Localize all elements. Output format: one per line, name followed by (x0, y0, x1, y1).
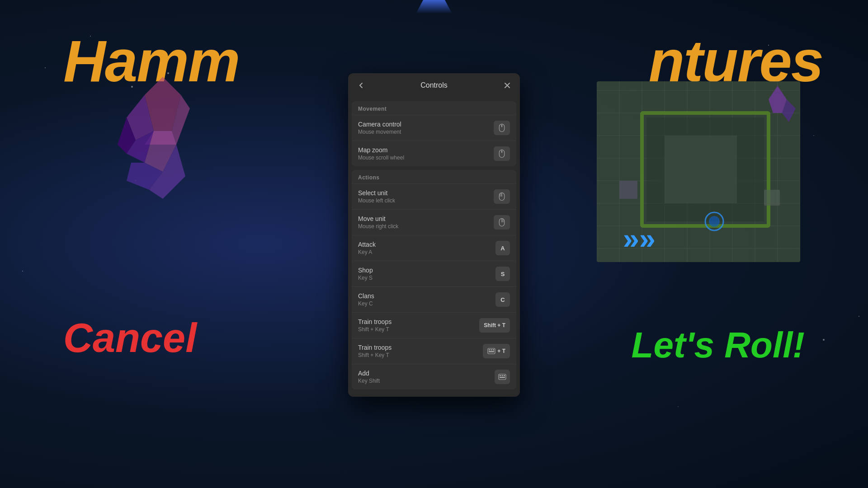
clans-binding: Key C (358, 300, 374, 307)
close-button[interactable] (502, 80, 513, 91)
svg-point-21 (501, 125, 503, 127)
move-unit-name: Move unit (358, 215, 398, 222)
mouse-left-icon (497, 192, 506, 201)
add-name: Add (358, 370, 380, 377)
map-zoom-binding: Mouse scroll wheel (358, 155, 404, 161)
camera-control-key[interactable] (494, 121, 510, 135)
svg-rect-33 (493, 349, 494, 351)
map-zoom-key[interactable] (494, 146, 510, 161)
clans-info: Clans Key C (358, 292, 374, 307)
close-icon (504, 82, 511, 89)
map-zoom-row: Map zoom Mouse scroll wheel (352, 141, 516, 166)
actions-section: Actions Select unit Mouse left click (352, 170, 516, 389)
move-unit-key[interactable] (494, 215, 510, 230)
actions-section-header: Actions (352, 170, 516, 183)
train-troops-plus-t: + T (497, 348, 505, 354)
camera-control-name: Camera control (358, 121, 401, 128)
shop-info: Shop Key S (358, 267, 373, 281)
train-troops-info-1: Train troops Shift + Key T (358, 318, 392, 333)
controls-modal: Controls Movement Camera control Mouse m… (348, 73, 520, 397)
svg-rect-36 (500, 375, 501, 376)
modal-title: Controls (420, 81, 448, 89)
shop-name: Shop (358, 267, 373, 274)
svg-rect-34 (489, 351, 494, 352)
bottom-padding (348, 393, 520, 397)
train-troops-name-2: Train troops (358, 344, 392, 351)
mouse-scroll-icon (497, 149, 506, 158)
train-troops-binding-2: Shift + Key T (358, 352, 392, 358)
map-zoom-info: Map zoom Mouse scroll wheel (358, 146, 404, 161)
svg-rect-38 (504, 375, 505, 376)
clans-name: Clans (358, 292, 374, 300)
keyboard-icon-2 (498, 373, 506, 381)
svg-rect-39 (500, 377, 505, 378)
modal-overlay: Controls Movement Camera control Mouse m… (0, 0, 868, 488)
train-troops-name-1: Train troops (358, 318, 392, 325)
shop-key[interactable]: S (495, 267, 510, 281)
camera-control-binding: Mouse movement (358, 129, 401, 135)
move-unit-info: Move unit Mouse right click (358, 215, 398, 230)
move-unit-row: Move unit Mouse right click (352, 209, 516, 235)
camera-control-row: Camera control Mouse movement (352, 115, 516, 141)
map-zoom-name: Map zoom (358, 146, 404, 154)
svg-rect-37 (502, 375, 503, 376)
select-unit-binding: Mouse left click (358, 197, 395, 204)
clans-key[interactable]: C (495, 292, 510, 307)
shop-binding: Key S (358, 275, 373, 281)
add-info: Add Key Shift (358, 370, 380, 384)
add-binding: Key Shift (358, 378, 380, 384)
train-troops-info-2: Train troops Shift + Key T (358, 344, 392, 358)
attack-row: Attack Key A A (352, 235, 516, 261)
attack-binding: Key A (358, 249, 376, 255)
select-unit-info: Select unit Mouse left click (358, 189, 395, 204)
move-unit-binding: Mouse right click (358, 223, 398, 230)
mouse-full-icon (497, 123, 506, 132)
svg-rect-31 (489, 349, 490, 351)
svg-rect-32 (491, 349, 492, 351)
add-row: Add Key Shift (352, 364, 516, 389)
camera-control-info: Camera control Mouse movement (358, 121, 401, 135)
clans-row: Clans Key C C (352, 286, 516, 312)
back-button[interactable] (355, 80, 367, 91)
movement-section: Movement Camera control Mouse movement (352, 101, 516, 166)
select-unit-name: Select unit (358, 189, 395, 197)
modal-body: Movement Camera control Mouse movement (348, 98, 520, 397)
train-troops-binding-1: Shift + Key T (358, 326, 392, 333)
attack-key[interactable]: A (495, 241, 510, 255)
attack-name: Attack (358, 241, 376, 248)
train-troops-row-2: Train troops Shift + Key T + T (352, 338, 516, 364)
movement-section-header: Movement (352, 101, 516, 115)
keyboard-icon-1 (487, 347, 495, 355)
train-troops-key-1[interactable]: Shift + T (479, 318, 510, 333)
modal-header: Controls (348, 73, 520, 98)
train-troops-row-1: Train troops Shift + Key T Shift + T (352, 312, 516, 338)
back-icon (357, 81, 365, 89)
select-unit-row: Select unit Mouse left click (352, 183, 516, 209)
attack-info: Attack Key A (358, 241, 376, 255)
shop-row: Shop Key S S (352, 261, 516, 286)
mouse-right-icon (497, 218, 506, 227)
train-troops-key-2[interactable]: + T (483, 344, 510, 358)
select-unit-key[interactable] (494, 189, 510, 204)
add-key[interactable] (495, 370, 510, 384)
